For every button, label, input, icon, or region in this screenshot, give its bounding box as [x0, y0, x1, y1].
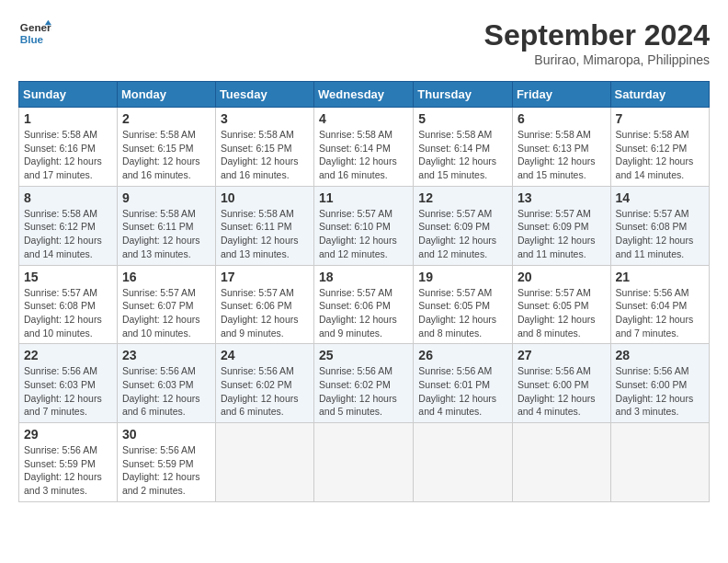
table-row: 26 Sunrise: 5:56 AMSunset: 6:01 PMDaylig… [414, 344, 513, 423]
col-friday: Friday [512, 82, 610, 108]
calendar-week-row: 8 Sunrise: 5:58 AMSunset: 6:12 PMDayligh… [19, 186, 710, 265]
table-row: 3 Sunrise: 5:58 AMSunset: 6:15 PMDayligh… [215, 108, 313, 187]
table-row: 29 Sunrise: 5:56 AMSunset: 5:59 PMDaylig… [19, 423, 118, 502]
header: General Blue General Blue September 2024… [18, 18, 710, 67]
col-thursday: Thursday [414, 82, 513, 108]
calendar-week-row: 22 Sunrise: 5:56 AMSunset: 6:03 PMDaylig… [19, 344, 710, 423]
table-row: 7 Sunrise: 5:58 AMSunset: 6:12 PMDayligh… [610, 108, 709, 187]
table-row: 10 Sunrise: 5:58 AMSunset: 6:11 PMDaylig… [215, 186, 313, 265]
logo: General Blue General Blue [18, 18, 51, 52]
calendar-table: Sunday Monday Tuesday Wednesday Thursday… [18, 81, 710, 502]
table-row: 8 Sunrise: 5:58 AMSunset: 6:12 PMDayligh… [19, 186, 118, 265]
table-row: 4 Sunrise: 5:58 AMSunset: 6:14 PMDayligh… [314, 108, 414, 187]
table-row: 11 Sunrise: 5:57 AMSunset: 6:10 PMDaylig… [314, 186, 414, 265]
calendar-header-row: Sunday Monday Tuesday Wednesday Thursday… [19, 82, 710, 108]
table-row: 14 Sunrise: 5:57 AMSunset: 6:08 PMDaylig… [610, 186, 709, 265]
calendar-week-row: 15 Sunrise: 5:57 AMSunset: 6:08 PMDaylig… [19, 265, 710, 344]
table-row [512, 423, 610, 502]
title-section: September 2024 Burirao, Mimaropa, Philip… [484, 18, 710, 67]
table-row: 30 Sunrise: 5:56 AMSunset: 5:59 PMDaylig… [117, 423, 215, 502]
page-subtitle: Burirao, Mimaropa, Philippines [484, 52, 710, 67]
table-row: 13 Sunrise: 5:57 AMSunset: 6:09 PMDaylig… [512, 186, 610, 265]
table-row: 19 Sunrise: 5:57 AMSunset: 6:05 PMDaylig… [414, 265, 513, 344]
table-row: 22 Sunrise: 5:56 AMSunset: 6:03 PMDaylig… [19, 344, 118, 423]
table-row: 16 Sunrise: 5:57 AMSunset: 6:07 PMDaylig… [117, 265, 215, 344]
table-row: 5 Sunrise: 5:58 AMSunset: 6:14 PMDayligh… [414, 108, 513, 187]
table-row: 28 Sunrise: 5:56 AMSunset: 6:00 PMDaylig… [610, 344, 709, 423]
table-row: 21 Sunrise: 5:56 AMSunset: 6:04 PMDaylig… [610, 265, 709, 344]
table-row: 9 Sunrise: 5:58 AMSunset: 6:11 PMDayligh… [117, 186, 215, 265]
table-row: 25 Sunrise: 5:56 AMSunset: 6:02 PMDaylig… [314, 344, 414, 423]
table-row [215, 423, 313, 502]
table-row: 12 Sunrise: 5:57 AMSunset: 6:09 PMDaylig… [414, 186, 513, 265]
calendar-week-row: 1 Sunrise: 5:58 AMSunset: 6:16 PMDayligh… [19, 108, 710, 187]
table-row: 2 Sunrise: 5:58 AMSunset: 6:15 PMDayligh… [117, 108, 215, 187]
calendar-week-row: 29 Sunrise: 5:56 AMSunset: 5:59 PMDaylig… [19, 423, 710, 502]
table-row: 24 Sunrise: 5:56 AMSunset: 6:02 PMDaylig… [215, 344, 313, 423]
table-row: 20 Sunrise: 5:57 AMSunset: 6:05 PMDaylig… [512, 265, 610, 344]
table-row: 18 Sunrise: 5:57 AMSunset: 6:06 PMDaylig… [314, 265, 414, 344]
table-row [314, 423, 414, 502]
svg-text:Blue: Blue [20, 33, 44, 45]
page-title: September 2024 [484, 18, 710, 52]
table-row [414, 423, 513, 502]
col-saturday: Saturday [610, 82, 709, 108]
table-row: 17 Sunrise: 5:57 AMSunset: 6:06 PMDaylig… [215, 265, 313, 344]
table-row: 6 Sunrise: 5:58 AMSunset: 6:13 PMDayligh… [512, 108, 610, 187]
table-row: 1 Sunrise: 5:58 AMSunset: 6:16 PMDayligh… [19, 108, 118, 187]
table-row: 27 Sunrise: 5:56 AMSunset: 6:00 PMDaylig… [512, 344, 610, 423]
logo-icon: General Blue [18, 18, 51, 52]
col-monday: Monday [117, 82, 215, 108]
col-tuesday: Tuesday [215, 82, 313, 108]
table-row: 23 Sunrise: 5:56 AMSunset: 6:03 PMDaylig… [117, 344, 215, 423]
table-row [610, 423, 709, 502]
col-wednesday: Wednesday [314, 82, 414, 108]
table-row: 15 Sunrise: 5:57 AMSunset: 6:08 PMDaylig… [19, 265, 118, 344]
col-sunday: Sunday [19, 82, 118, 108]
